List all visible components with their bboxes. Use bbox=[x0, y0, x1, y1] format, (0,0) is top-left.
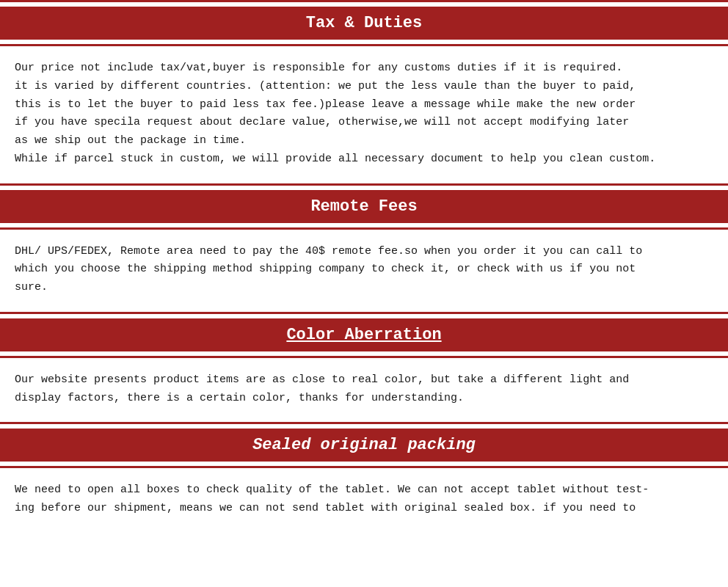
color-aberration-text: Our website presents product items are a… bbox=[15, 371, 713, 408]
sealed-packing-section: Sealed original packing We need to open … bbox=[0, 422, 728, 533]
remote-fees-header: Remote Fees bbox=[0, 190, 728, 223]
sealed-packing-text: We need to open all boxes to check quali… bbox=[15, 481, 713, 518]
tax-duties-title: Tax & Duties bbox=[15, 14, 713, 32]
tax-duties-header: Tax & Duties bbox=[0, 7, 728, 40]
sealed-top-border bbox=[0, 422, 728, 424]
sealed-packing-content: We need to open all boxes to check quali… bbox=[0, 468, 728, 533]
remote-top-border bbox=[0, 183, 728, 186]
tax-top-border bbox=[0, 0, 728, 2]
remote-fees-title: Remote Fees bbox=[15, 197, 713, 216]
remote-fees-section: Remote Fees DHL/ UPS/FEDEX, Remote area … bbox=[0, 183, 728, 312]
remote-fees-text: DHL/ UPS/FEDEX, Remote area need to pay … bbox=[15, 243, 713, 297]
color-aberration-section: Color Aberration Our website presents pr… bbox=[0, 312, 728, 423]
remote-fees-content: DHL/ UPS/FEDEX, Remote area need to pay … bbox=[0, 230, 728, 312]
color-top-border bbox=[0, 312, 728, 314]
tax-duties-content: Our price not include tax/vat,buyer is r… bbox=[0, 46, 728, 183]
color-aberration-header: Color Aberration bbox=[0, 318, 728, 351]
color-aberration-content: Our website presents product items are a… bbox=[0, 358, 728, 423]
tax-duties-section: Tax & Duties Our price not include tax/v… bbox=[0, 0, 728, 183]
sealed-packing-title: Sealed original packing bbox=[15, 436, 713, 454]
color-aberration-title: Color Aberration bbox=[15, 326, 713, 344]
sealed-packing-header: Sealed original packing bbox=[0, 429, 728, 462]
tax-duties-text: Our price not include tax/vat,buyer is r… bbox=[15, 59, 713, 169]
page-container: Tax & Duties Our price not include tax/v… bbox=[0, 0, 728, 533]
